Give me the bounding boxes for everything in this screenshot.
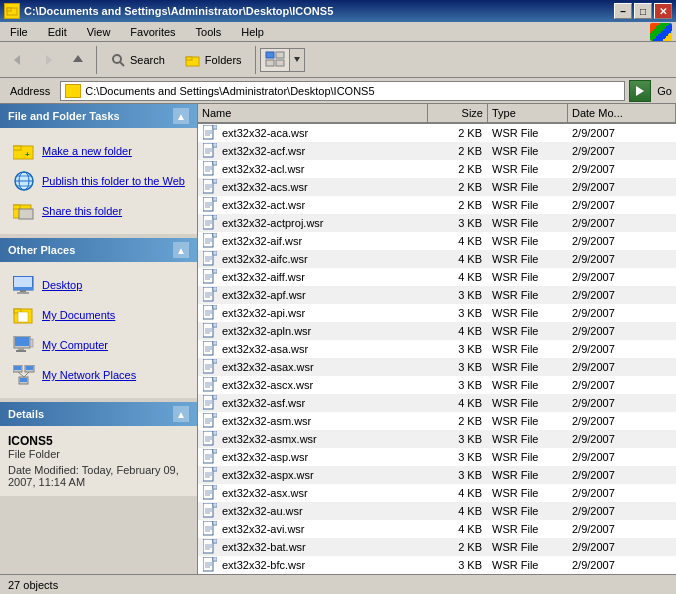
table-row[interactable]: ext32x32-aca.wsr 2 KB WSR File 2/9/2007 bbox=[198, 124, 676, 142]
table-row[interactable]: ext32x32-apf.wsr 3 KB WSR File 2/9/2007 bbox=[198, 286, 676, 304]
table-row[interactable]: ext32x32-acf.wsr 2 KB WSR File 2/9/2007 bbox=[198, 142, 676, 160]
table-row[interactable]: ext32x32-asa.wsr 3 KB WSR File 2/9/2007 bbox=[198, 340, 676, 358]
address-input[interactable]: C:\Documents and Settings\Administrator\… bbox=[60, 81, 625, 101]
file-size-cell: 3 KB bbox=[428, 433, 488, 445]
table-row[interactable]: ext32x32-bfc.wsr 3 KB WSR File 2/9/2007 bbox=[198, 556, 676, 574]
menu-file[interactable]: File bbox=[4, 24, 34, 40]
table-row[interactable]: ext32x32-asf.wsr 4 KB WSR File 2/9/2007 bbox=[198, 394, 676, 412]
go-button[interactable] bbox=[629, 80, 651, 102]
close-button[interactable]: ✕ bbox=[654, 3, 672, 19]
svg-marker-13 bbox=[294, 57, 300, 62]
details-collapse-icon[interactable]: ▲ bbox=[173, 406, 189, 422]
table-row[interactable]: ext32x32-aspx.wsr 3 KB WSR File 2/9/2007 bbox=[198, 466, 676, 484]
svg-rect-49 bbox=[213, 125, 217, 129]
file-size-cell: 3 KB bbox=[428, 559, 488, 571]
make-new-folder-item[interactable]: + Make a new folder bbox=[8, 136, 189, 166]
svg-rect-121 bbox=[213, 341, 217, 345]
file-type-cell: WSR File bbox=[488, 307, 568, 319]
table-row[interactable]: ext32x32-aif.wsr 4 KB WSR File 2/9/2007 bbox=[198, 232, 676, 250]
collapse-icon[interactable]: ▲ bbox=[173, 108, 189, 124]
menu-help[interactable]: Help bbox=[235, 24, 270, 40]
file-date-cell: 2/9/2007 bbox=[568, 379, 676, 391]
svg-rect-47 bbox=[203, 125, 213, 139]
file-size-cell: 3 KB bbox=[428, 361, 488, 373]
wsr-file-icon bbox=[202, 377, 218, 393]
table-row[interactable]: ext32x32-apln.wsr 4 KB WSR File 2/9/2007 bbox=[198, 322, 676, 340]
file-name: ext32x32-aspx.wsr bbox=[222, 469, 314, 481]
col-header-name[interactable]: Name bbox=[198, 104, 428, 122]
file-date-cell: 2/9/2007 bbox=[568, 505, 676, 517]
search-button[interactable]: Search bbox=[101, 44, 174, 76]
other-places-header[interactable]: Other Places ▲ bbox=[0, 238, 197, 262]
svg-rect-131 bbox=[203, 377, 213, 391]
file-date-cell: 2/9/2007 bbox=[568, 325, 676, 337]
col-header-date[interactable]: Date Mo... bbox=[568, 104, 676, 122]
svg-rect-10 bbox=[276, 52, 284, 58]
menu-favorites[interactable]: Favorites bbox=[124, 24, 181, 40]
file-name-cell: ext32x32-aiff.wsr bbox=[198, 269, 428, 285]
table-row[interactable]: ext32x32-bat.wsr 2 KB WSR File 2/9/2007 bbox=[198, 538, 676, 556]
table-row[interactable]: ext32x32-au.wsr 4 KB WSR File 2/9/2007 bbox=[198, 502, 676, 520]
views-button[interactable] bbox=[260, 48, 305, 72]
my-documents-item[interactable]: My Documents bbox=[8, 300, 189, 330]
menu-edit[interactable]: Edit bbox=[42, 24, 73, 40]
details-type: File Folder bbox=[8, 448, 189, 460]
table-row[interactable]: ext32x32-asx.wsr 4 KB WSR File 2/9/2007 bbox=[198, 484, 676, 502]
details-header[interactable]: Details ▲ bbox=[0, 402, 197, 426]
publish-folder-item[interactable]: Publish this folder to the Web bbox=[8, 166, 189, 196]
svg-rect-175 bbox=[213, 503, 217, 507]
back-button[interactable] bbox=[4, 46, 32, 74]
table-row[interactable]: ext32x32-asm.wsr 2 KB WSR File 2/9/2007 bbox=[198, 412, 676, 430]
menu-view[interactable]: View bbox=[81, 24, 117, 40]
table-row[interactable]: ext32x32-act.wsr 2 KB WSR File 2/9/2007 bbox=[198, 196, 676, 214]
svg-rect-115 bbox=[213, 323, 217, 327]
svg-rect-149 bbox=[203, 431, 213, 445]
svg-rect-137 bbox=[203, 395, 213, 409]
file-name-cell: ext32x32-avi.wsr bbox=[198, 521, 428, 537]
svg-rect-59 bbox=[203, 161, 213, 175]
minimize-button[interactable]: – bbox=[614, 3, 632, 19]
table-row[interactable]: ext32x32-acs.wsr 2 KB WSR File 2/9/2007 bbox=[198, 178, 676, 196]
svg-rect-185 bbox=[203, 539, 213, 553]
file-list-body[interactable]: ext32x32-aca.wsr 2 KB WSR File 2/9/2007 bbox=[198, 124, 676, 574]
table-row[interactable]: ext32x32-asax.wsr 3 KB WSR File 2/9/2007 bbox=[198, 358, 676, 376]
back-icon bbox=[10, 52, 26, 68]
table-row[interactable]: ext32x32-asmx.wsr 3 KB WSR File 2/9/2007 bbox=[198, 430, 676, 448]
desktop-item[interactable]: Desktop bbox=[8, 270, 189, 300]
forward-button[interactable] bbox=[34, 46, 62, 74]
svg-marker-14 bbox=[636, 86, 644, 96]
col-header-size[interactable]: Size bbox=[428, 104, 488, 122]
folder-new-icon: + bbox=[12, 139, 36, 163]
file-name: ext32x32-asmx.wsr bbox=[222, 433, 317, 445]
up-icon bbox=[70, 52, 86, 68]
col-header-type[interactable]: Type bbox=[488, 104, 568, 122]
table-row[interactable]: ext32x32-api.wsr 3 KB WSR File 2/9/2007 bbox=[198, 304, 676, 322]
table-row[interactable]: ext32x32-aifc.wsr 4 KB WSR File 2/9/2007 bbox=[198, 250, 676, 268]
details-name: ICONS5 bbox=[8, 434, 189, 448]
table-row[interactable]: ext32x32-acl.wsr 2 KB WSR File 2/9/2007 bbox=[198, 160, 676, 178]
file-size-cell: 2 KB bbox=[428, 145, 488, 157]
svg-line-45 bbox=[18, 372, 24, 377]
table-row[interactable]: ext32x32-actproj.wsr 3 KB WSR File 2/9/2… bbox=[198, 214, 676, 232]
table-row[interactable]: ext32x32-aiff.wsr 4 KB WSR File 2/9/2007 bbox=[198, 268, 676, 286]
file-name-cell: ext32x32-api.wsr bbox=[198, 305, 428, 321]
up-button[interactable] bbox=[64, 46, 92, 74]
file-folder-tasks-header[interactable]: File and Folder Tasks ▲ bbox=[0, 104, 197, 128]
maximize-button[interactable]: □ bbox=[634, 3, 652, 19]
my-computer-item[interactable]: My Computer bbox=[8, 330, 189, 360]
folders-button[interactable]: Folders bbox=[176, 44, 251, 76]
share-folder-item[interactable]: Share this folder bbox=[8, 196, 189, 226]
table-row[interactable]: ext32x32-asp.wsr 3 KB WSR File 2/9/2007 bbox=[198, 448, 676, 466]
wsr-file-icon bbox=[202, 359, 218, 375]
svg-rect-155 bbox=[203, 449, 213, 463]
wsr-file-icon bbox=[202, 233, 218, 249]
my-network-places-item[interactable]: My Network Places bbox=[8, 360, 189, 390]
window-title: C:\Documents and Settings\Administrator\… bbox=[24, 5, 333, 17]
other-places-collapse-icon[interactable]: ▲ bbox=[173, 242, 189, 258]
svg-rect-161 bbox=[203, 467, 213, 481]
svg-rect-193 bbox=[213, 557, 217, 561]
file-name: ext32x32-actproj.wsr bbox=[222, 217, 324, 229]
menu-tools[interactable]: Tools bbox=[190, 24, 228, 40]
table-row[interactable]: ext32x32-ascx.wsr 3 KB WSR File 2/9/2007 bbox=[198, 376, 676, 394]
table-row[interactable]: ext32x32-avi.wsr 4 KB WSR File 2/9/2007 bbox=[198, 520, 676, 538]
